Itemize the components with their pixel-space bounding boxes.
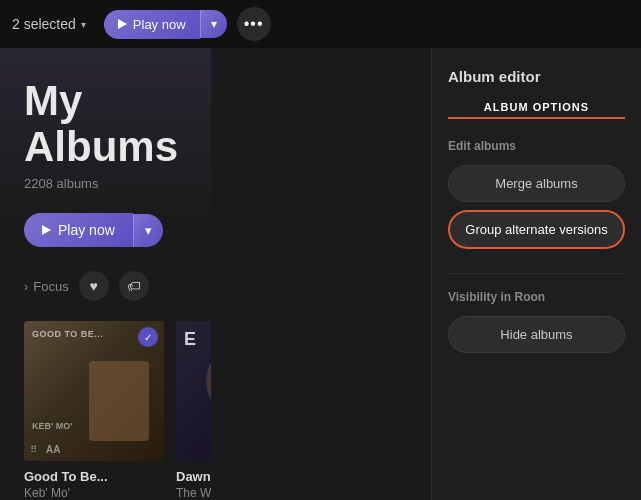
- keb-art-label-bottom: KEB' MO': [32, 421, 72, 431]
- album-card-dawn[interactable]: E ✓ Dawn FM The Weeknd: [176, 321, 211, 500]
- play-now-label: Play now: [133, 17, 186, 32]
- panel-tab-label[interactable]: ALBUM OPTIONS: [448, 101, 625, 113]
- dawn-title: Dawn FM: [176, 469, 211, 484]
- play-triangle-icon: [118, 19, 127, 29]
- heart-icon: ♥: [90, 278, 98, 294]
- right-panel: Album editor ALBUM OPTIONS Edit albums M…: [431, 48, 641, 500]
- visibility-section-label: Visibility in Roon: [448, 290, 625, 304]
- play-now-button[interactable]: Play now: [104, 10, 200, 39]
- tag-icon-button[interactable]: 🏷: [119, 271, 149, 301]
- hide-albums-button[interactable]: Hide albums: [448, 316, 625, 353]
- panel-divider: [448, 273, 625, 274]
- play-main-triangle-icon: [42, 225, 51, 235]
- album-grid: GOOD TO BE... KEB' MO' ✓ ⠿ AA Good To Be…: [24, 321, 187, 500]
- keb-drag-icon: ⠿: [30, 444, 37, 455]
- selection-count-area[interactable]: 2 selected ▾: [12, 16, 86, 32]
- keb-figure: [89, 361, 149, 441]
- dawn-artist: The Weeknd: [176, 486, 211, 500]
- focus-chevron-icon: ›: [24, 279, 28, 294]
- page-title: My Albums: [24, 78, 187, 170]
- play-now-group: Play now ▾: [104, 10, 227, 39]
- tag-icon: 🏷: [127, 278, 141, 294]
- keb-title: Good To Be...: [24, 469, 164, 484]
- dawn-art-label: E: [184, 329, 197, 350]
- focus-bar: › Focus ♥ 🏷: [24, 271, 187, 301]
- more-options-button[interactable]: •••: [237, 7, 271, 41]
- panel-tab-underline: [448, 117, 625, 119]
- album-count: 2208 albums: [24, 176, 187, 191]
- heart-icon-button[interactable]: ♥: [79, 271, 109, 301]
- selected-count-label: 2 selected: [12, 16, 76, 32]
- play-section: Play now ▾: [24, 213, 187, 247]
- focus-label-group[interactable]: › Focus: [24, 279, 69, 294]
- album-card-keb[interactable]: GOOD TO BE... KEB' MO' ✓ ⠿ AA Good To Be…: [24, 321, 164, 500]
- main-content: My Albums 2208 albums Play now ▾ › Focus…: [0, 48, 211, 500]
- panel-title: Album editor: [448, 68, 625, 85]
- play-main-dropdown-button[interactable]: ▾: [133, 214, 163, 247]
- keb-artist: Keb' Mo': [24, 486, 164, 500]
- play-now-dropdown-button[interactable]: ▾: [200, 10, 227, 38]
- keb-aa-label: AA: [46, 444, 60, 455]
- keb-art-label: GOOD TO BE...: [32, 329, 103, 339]
- album-art-dawn: E ✓: [176, 321, 211, 461]
- top-bar: 2 selected ▾ Play now ▾ •••: [0, 0, 641, 48]
- edit-section-label: Edit albums: [448, 139, 625, 153]
- play-main-label: Play now: [58, 222, 115, 238]
- selection-chevron-icon[interactable]: ▾: [81, 19, 86, 30]
- album-art-keb: GOOD TO BE... KEB' MO' ✓ ⠿ AA: [24, 321, 164, 461]
- more-dots-icon: •••: [244, 15, 264, 33]
- play-main-button[interactable]: Play now: [24, 213, 133, 247]
- focus-text: Focus: [33, 279, 68, 294]
- merge-albums-button[interactable]: Merge albums: [448, 165, 625, 202]
- group-alternate-versions-button[interactable]: Group alternate versions: [448, 210, 625, 249]
